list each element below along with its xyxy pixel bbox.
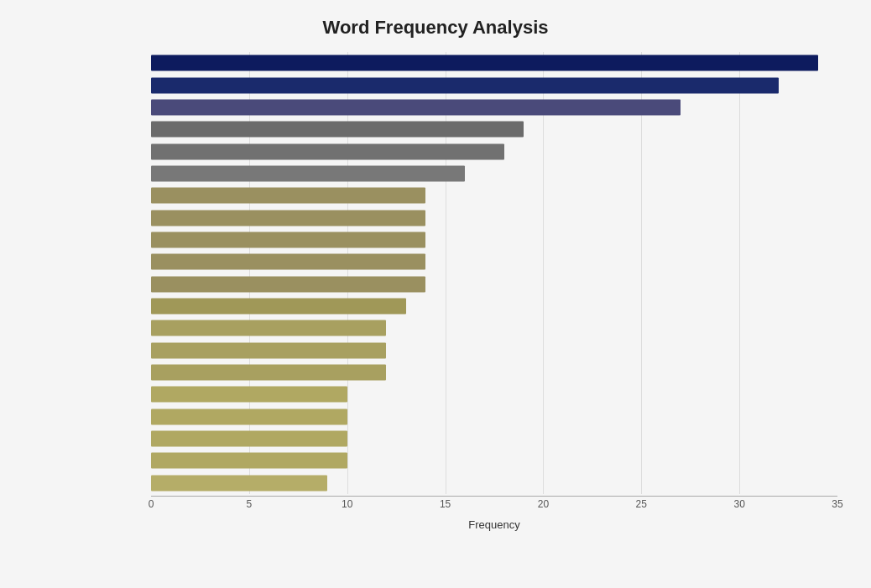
bar-row: need xyxy=(151,118,837,140)
bar-row: ask xyxy=(151,383,837,405)
bar xyxy=(151,342,386,358)
bar xyxy=(151,55,818,71)
bar-row: write xyxy=(151,52,837,74)
x-tick-label: 20 xyxy=(538,498,549,510)
bar-row: copywriting xyxy=(151,96,837,118)
bar-row: type xyxy=(151,185,837,206)
bar xyxy=(151,122,524,138)
bar xyxy=(151,99,681,115)
bar-row: page xyxy=(151,229,837,251)
bar xyxy=(151,143,504,159)
x-axis-label: Frequency xyxy=(151,518,837,531)
bar xyxy=(151,408,347,424)
chart-title: Word Frequency Analysis xyxy=(34,17,837,39)
x-tick-label: 5 xyxy=(247,498,253,510)
bar-row: website xyxy=(151,317,837,339)
x-tick-label: 25 xyxy=(636,498,647,510)
bar xyxy=(151,320,386,336)
bar xyxy=(151,387,347,403)
bar-row: client xyxy=(151,362,837,383)
bar xyxy=(151,188,425,204)
x-tick-label: 30 xyxy=(733,498,744,510)
bar-row: seo xyxy=(151,450,837,471)
bar xyxy=(151,232,425,247)
x-tick-label: 15 xyxy=(440,498,451,510)
bar-row: create xyxy=(151,340,837,362)
bar xyxy=(151,453,347,469)
bar-row: like xyxy=(151,428,837,450)
bar-row: copy xyxy=(151,74,837,96)
bar-row: tip xyxy=(151,163,837,185)
x-tick-label: 10 xyxy=(342,498,352,510)
bar-row: company xyxy=(151,273,837,295)
chart-container: Word Frequency Analysis writecopycopywri… xyxy=(0,0,871,588)
x-tick-label: 35 xyxy=(832,498,842,510)
bar xyxy=(151,254,425,270)
bar xyxy=(151,165,465,181)
bar xyxy=(151,210,425,226)
bar-row: writers xyxy=(151,472,837,494)
x-tick-label: 0 xyxy=(149,498,154,510)
bar-row: help xyxy=(151,406,837,428)
bar xyxy=(151,276,425,292)
bar xyxy=(151,77,779,93)
bar-row: content xyxy=(151,140,837,162)
bar xyxy=(151,365,386,381)
bar-row: edit xyxy=(151,295,837,317)
bar xyxy=(151,299,406,315)
bar xyxy=(151,475,327,491)
x-ticks: 05101520253035 xyxy=(151,497,837,513)
bar-row: clients xyxy=(151,206,837,228)
bars-container: writecopycopywritingneedcontenttiptypecl… xyxy=(151,52,837,494)
bar xyxy=(151,431,347,447)
bars-wrapper: writecopycopywritingneedcontenttiptypecl… xyxy=(151,52,837,494)
x-axis: 05101520253035 Frequency xyxy=(151,496,837,531)
plot-area: writecopycopywritingneedcontenttiptypecl… xyxy=(151,52,837,494)
bar-row: word xyxy=(151,251,837,273)
